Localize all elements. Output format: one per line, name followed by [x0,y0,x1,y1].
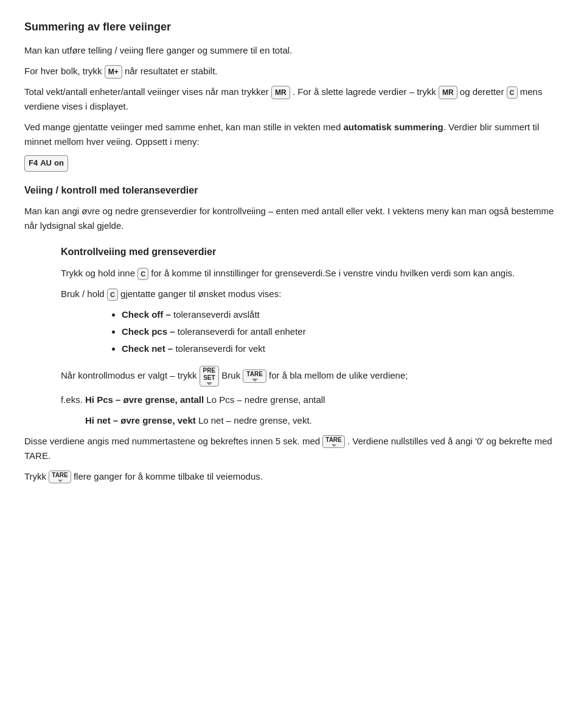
on-key: on [54,157,64,170]
tare-key-1: TARE [243,369,266,383]
para7-prefix: Bruk / hold [61,289,105,299]
main-heading: Summering av flere veiinger [24,18,560,36]
bullet3-rest: toleranseverdi for vekt [175,343,265,354]
para6-suffix: for å komme til innstillinger for grense… [151,268,325,278]
c-key-2: C [137,268,148,281]
para6-prefix: Trykk og hold inne [61,268,135,278]
para12-prefix: Trykk [24,471,46,481]
para8-suffix2: f.eks. [61,394,83,405]
section2-heading: Veiing / kontroll med toleranseverdier [24,183,560,198]
bullet3-bold: Check net – [122,343,173,354]
bullet1-rest: toleranseverdi avslått [173,309,260,320]
menu-key-group: F4 AU on [24,155,68,172]
para8-mid: Bruk [221,370,240,380]
para3-prefix: Total vekt/antall enheter/antall veiinge… [24,86,269,97]
para2-prefix: For hver bolk, trykk [24,66,102,76]
bullet-item-1: Check off – toleranseverdi avslått [122,307,560,322]
c-key-1: C [507,86,518,99]
bullet-list: Check off – toleranseverdi avslått Check… [122,307,560,356]
para10: Hi net – øvre grense, vekt Lo net – nedr… [85,413,560,428]
preset-key: PRESET [200,366,220,387]
para12-suffix: flere ganger for å komme tilbake til vei… [74,471,263,481]
para4-text-before: Ved mange gjentatte veiinger med samme e… [24,122,539,147]
para8b: f.eks. Hi Pcs – øvre grense, antall Lo P… [61,393,560,407]
subsection: Kontrollveiing med grenseverdier Trykk o… [61,244,560,428]
para8-suffix: for å bla mellom de ulike verdiene; [269,370,408,380]
tare-key-2: TARE [322,435,344,448]
para12: Trykk TARE flere ganger for å komme tilb… [24,469,560,484]
para9-bold1: Hi Pcs – øvre grense, antall [85,394,204,405]
para9-sep: Lo Pcs – nedre grense, antall [206,394,325,405]
subsection-heading: Kontrollveiing med grenseverdier [61,244,560,260]
bullet-item-2: Check pcs – toleranseverdi for antall en… [122,324,560,339]
para2-suffix: når resultatet er stabilt. [125,66,218,76]
para6-suffix2: Se i venstre vindu hvilken verdi som kan… [325,268,515,278]
mr-key-1: MR [271,86,290,99]
para10-sep: Lo net – nedre grense, vekt. [198,415,312,425]
para3: Total vekt/antall enheter/antall veiinge… [24,85,560,114]
bullet-item-3: Check net – toleranseverdi for vekt [122,341,560,356]
para10-bold1: Hi net – øvre grense, vekt [85,415,196,425]
bullet2-bold: Check pcs – [122,326,175,337]
para7-suffix: gjentatte ganger til ønsket modus vises: [120,289,281,299]
para11: Disse verdiene angis med nummertastene o… [24,434,560,463]
mr-key-2: MR [439,86,457,99]
bullet1-bold: Check off – [122,309,171,320]
c-key-3: C [107,289,118,301]
mplus-key: M+ [105,65,122,79]
para11-text: Disse verdiene angis med nummertastene o… [24,436,320,446]
page-container: Summering av flere veiinger Man kan utfø… [24,18,560,484]
para1: Man kan utføre telling / veiing flere ga… [24,43,560,58]
para4: Ved mange gjentatte veiinger med samme e… [24,120,560,149]
para7: Bruk / hold C gjentatte ganger til ønske… [61,287,560,301]
tare-key-3: TARE [49,471,71,483]
para8-prefix: Når kontrollmodus er valgt – trykk [61,370,196,380]
bullet2-rest: toleranseverdi for antall enheter [178,326,306,337]
au-key: AU [40,157,52,170]
para3-mid2: og deretter [460,86,504,97]
menu-display: F4 AU on [24,155,560,172]
para2: For hver bolk, trykk M+ når resultatet e… [24,64,560,79]
para5: Man kan angi øvre og nedre grenseverdier… [24,204,560,233]
f4-key: F4 [29,157,38,170]
para3-mid: . For å slette lagrede verdier – trykk [293,86,436,97]
para8: Når kontrollmodus er valgt – trykk PRESE… [61,366,560,387]
para6: Trykk og hold inne C for å komme til inn… [61,266,560,281]
